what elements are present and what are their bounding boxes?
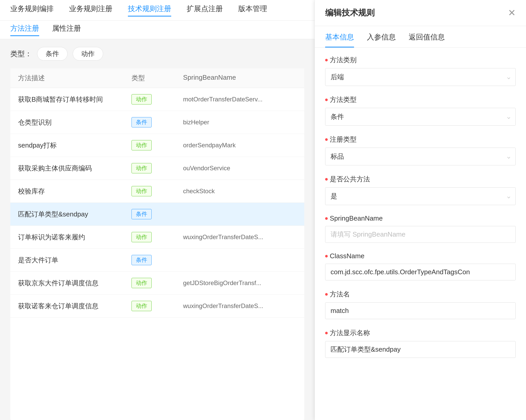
table-row[interactable]: 获取诺客来仓订单调度信息动作wuxingOrderTransferDateS..… bbox=[10, 295, 304, 318]
top-nav-tab-0[interactable]: 业务规则编排 bbox=[10, 4, 54, 17]
cell-desc: 匹配订单类型&sendpay bbox=[18, 210, 132, 219]
label-class-name: ClassName bbox=[325, 252, 516, 260]
label-spring-bean: SpringBeanName bbox=[325, 214, 516, 222]
select-method-category[interactable]: 后端 ⌵ bbox=[325, 68, 516, 86]
cell-bean: ouVendorService bbox=[183, 165, 297, 172]
cell-bean: motOrderTransferDateServ... bbox=[183, 96, 297, 103]
cell-bean: wuxingOrderTransferDateS... bbox=[183, 302, 297, 310]
sub-nav-tab-0[interactable]: 方法注册 bbox=[10, 23, 39, 36]
input-spring-bean[interactable] bbox=[325, 226, 516, 243]
chevron-down-icon: ⌵ bbox=[507, 74, 510, 80]
right-tab-input[interactable]: 入参信息 bbox=[367, 26, 396, 47]
field-method-display-name: 方法显示名称 bbox=[325, 328, 516, 358]
type-badge: 动作 bbox=[132, 232, 152, 242]
required-dot-register bbox=[325, 138, 328, 141]
required-dot-category bbox=[325, 59, 328, 61]
filter-label: 类型： bbox=[10, 49, 32, 59]
cell-type: 动作 bbox=[132, 301, 183, 311]
field-spring-bean: SpringBeanName bbox=[325, 214, 516, 243]
cell-desc: 获取B商城暂存订单转移时间 bbox=[18, 95, 132, 104]
cell-desc: 获取京东大件订单调度信息 bbox=[18, 279, 132, 288]
input-method-name[interactable] bbox=[325, 302, 516, 319]
input-class-name[interactable] bbox=[325, 264, 516, 280]
cell-type: 动作 bbox=[132, 140, 183, 150]
cell-bean: checkStock bbox=[183, 188, 297, 195]
top-nav-tab-1[interactable]: 业务规则注册 bbox=[69, 4, 112, 17]
cell-bean: bizHelper bbox=[183, 119, 297, 126]
cell-bean: getJDStoreBigOrderTransf... bbox=[183, 279, 297, 287]
field-method-name: 方法名 bbox=[325, 290, 516, 319]
table-container: 方法描述 类型 SpringBeanName 获取B商城暂存订单转移时间动作mo… bbox=[10, 68, 304, 420]
cell-desc: sendpay打标 bbox=[18, 141, 132, 150]
chevron-down-icon-4: ⌵ bbox=[507, 193, 510, 199]
right-panel-header: 编辑技术规则 ✕ bbox=[315, 0, 526, 26]
type-badge: 动作 bbox=[132, 301, 152, 311]
right-tab-return[interactable]: 返回值信息 bbox=[409, 26, 445, 47]
table-row[interactable]: 是否大件订单条件 bbox=[10, 249, 304, 272]
required-dot-class bbox=[325, 255, 328, 257]
label-method-type: 方法类型 bbox=[325, 95, 516, 104]
filter-bar: 类型： 条件 动作 bbox=[0, 39, 315, 68]
type-badge: 动作 bbox=[132, 186, 152, 196]
cell-type: 动作 bbox=[132, 94, 183, 104]
type-badge: 条件 bbox=[132, 209, 152, 219]
required-dot-bean bbox=[325, 217, 328, 220]
filter-btn-condition[interactable]: 条件 bbox=[37, 47, 68, 61]
sub-nav-tab-1[interactable]: 属性注册 bbox=[52, 23, 81, 36]
type-badge: 动作 bbox=[132, 278, 152, 288]
field-method-type: 方法类型 条件 ⌵ bbox=[325, 95, 516, 126]
cell-type: 条件 bbox=[132, 255, 183, 265]
required-dot-public bbox=[325, 178, 328, 181]
table-row[interactable]: 获取B商城暂存订单转移时间动作motOrderTransferDateServ.… bbox=[10, 88, 304, 111]
top-nav-tab-4[interactable]: 版本管理 bbox=[238, 4, 267, 17]
table-row[interactable]: 校验库存动作checkStock bbox=[10, 180, 304, 203]
cell-desc: 获取采购主体供应商编码 bbox=[18, 164, 132, 173]
label-is-public: 是否公共方法 bbox=[325, 175, 516, 184]
top-nav-tab-2[interactable]: 技术规则注册 bbox=[128, 4, 171, 17]
label-register-type: 注册类型 bbox=[325, 135, 516, 144]
type-badge: 动作 bbox=[132, 140, 152, 150]
input-method-display-name[interactable] bbox=[325, 341, 516, 358]
cell-desc: 获取诺客来仓订单调度信息 bbox=[18, 302, 132, 311]
col-header-type: 类型 bbox=[132, 74, 183, 83]
type-badge: 条件 bbox=[132, 255, 152, 265]
close-button[interactable]: ✕ bbox=[508, 8, 516, 18]
right-form: 方法类别 后端 ⌵ 方法类型 条件 ⌵ 注册类型 bbox=[315, 48, 526, 420]
field-class-name: ClassName bbox=[325, 252, 516, 280]
type-badge: 动作 bbox=[132, 163, 152, 173]
right-panel: 编辑技术规则 ✕ 基本信息 入参信息 返回值信息 方法类别 后端 ⌵ 方法类型 bbox=[315, 0, 526, 420]
type-badge: 动作 bbox=[132, 94, 152, 104]
table-row[interactable]: 获取京东大件订单调度信息动作getJDStoreBigOrderTransf..… bbox=[10, 272, 304, 295]
top-nav-tab-3[interactable]: 扩展点注册 bbox=[187, 4, 223, 17]
select-is-public[interactable]: 是 ⌵ bbox=[325, 187, 516, 205]
top-nav: 业务规则编排业务规则注册技术规则注册扩展点注册版本管理 bbox=[0, 0, 315, 21]
right-tab-basic[interactable]: 基本信息 bbox=[325, 26, 354, 47]
cell-bean: wuxingOrderTransferDateS... bbox=[183, 233, 297, 241]
select-register-type[interactable]: 标品 ⌵ bbox=[325, 148, 516, 165]
cell-desc: 仓类型识别 bbox=[18, 118, 132, 127]
col-header-desc: 方法描述 bbox=[18, 74, 132, 83]
right-panel-title: 编辑技术规则 bbox=[325, 7, 375, 19]
cell-desc: 校验库存 bbox=[18, 187, 132, 196]
cell-type: 条件 bbox=[132, 117, 183, 127]
required-dot-method bbox=[325, 293, 328, 296]
cell-type: 动作 bbox=[132, 232, 183, 242]
field-is-public: 是否公共方法 是 ⌵ bbox=[325, 175, 516, 205]
table-row[interactable]: 匹配订单类型&sendpay条件 bbox=[10, 203, 304, 226]
table-row[interactable]: 仓类型识别条件bizHelper bbox=[10, 111, 304, 134]
label-method-name: 方法名 bbox=[325, 290, 516, 299]
table-row[interactable]: 订单标识为诺客来履约动作wuxingOrderTransferDateS... bbox=[10, 226, 304, 249]
table-row[interactable]: 获取采购主体供应商编码动作ouVendorService bbox=[10, 157, 304, 180]
chevron-down-icon-2: ⌵ bbox=[507, 114, 510, 120]
filter-btn-action[interactable]: 动作 bbox=[73, 47, 103, 61]
label-method-category: 方法类别 bbox=[325, 55, 516, 64]
sub-nav: 方法注册属性注册 bbox=[0, 21, 315, 39]
field-method-category: 方法类别 后端 ⌵ bbox=[325, 55, 516, 86]
cell-type: 动作 bbox=[132, 186, 183, 196]
select-method-type[interactable]: 条件 ⌵ bbox=[325, 108, 516, 126]
table-row[interactable]: sendpay打标动作orderSendpayMark bbox=[10, 134, 304, 157]
cell-type: 条件 bbox=[132, 209, 183, 219]
chevron-down-icon-3: ⌵ bbox=[507, 154, 510, 160]
table-body: 获取B商城暂存订单转移时间动作motOrderTransferDateServ.… bbox=[10, 88, 304, 318]
col-header-bean: SpringBeanName bbox=[183, 74, 297, 83]
